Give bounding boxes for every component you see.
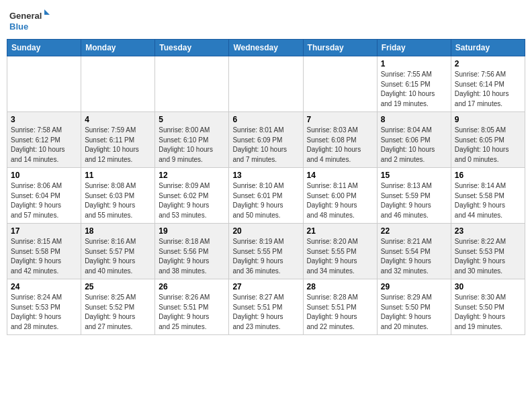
calendar-cell [7, 56, 81, 112]
day-info: Sunrise: 7:59 AM Sunset: 6:11 PM Dayligh… [85, 126, 151, 165]
day-info: Sunrise: 8:03 AM Sunset: 6:08 PM Dayligh… [307, 126, 373, 165]
day-number: 6 [232, 115, 299, 124]
page-header: General Blue [7, 7, 525, 34]
day-info: Sunrise: 8:25 AM Sunset: 5:52 PM Dayligh… [85, 293, 151, 332]
day-info: Sunrise: 8:05 AM Sunset: 6:05 PM Dayligh… [455, 126, 521, 165]
calendar-week-3: 10Sunrise: 8:06 AM Sunset: 6:04 PM Dayli… [7, 168, 525, 224]
day-info: Sunrise: 8:29 AM Sunset: 5:50 PM Dayligh… [381, 293, 447, 332]
day-number: 30 [455, 282, 521, 291]
calendar-cell: 29Sunrise: 8:29 AM Sunset: 5:50 PM Dayli… [377, 279, 451, 335]
day-info: Sunrise: 8:08 AM Sunset: 6:03 PM Dayligh… [85, 181, 151, 220]
calendar-cell: 27Sunrise: 8:27 AM Sunset: 5:51 PM Dayli… [229, 279, 303, 335]
calendar-cell: 26Sunrise: 8:26 AM Sunset: 5:51 PM Dayli… [155, 279, 229, 335]
calendar-cell: 9Sunrise: 8:05 AM Sunset: 6:05 PM Daylig… [451, 112, 525, 168]
day-number: 15 [381, 171, 447, 180]
logo: General Blue [9, 7, 50, 34]
calendar-cell: 1Sunrise: 7:55 AM Sunset: 6:15 PM Daylig… [377, 56, 451, 112]
day-number: 17 [11, 226, 77, 236]
day-number: 13 [232, 171, 299, 180]
day-info: Sunrise: 8:30 AM Sunset: 5:50 PM Dayligh… [455, 293, 521, 332]
weekday-header-wednesday: Wednesday [229, 40, 303, 56]
calendar-cell [303, 56, 377, 112]
day-number: 7 [307, 115, 373, 124]
day-info: Sunrise: 8:26 AM Sunset: 5:51 PM Dayligh… [159, 293, 225, 332]
day-info: Sunrise: 8:22 AM Sunset: 5:53 PM Dayligh… [455, 237, 521, 276]
day-number: 22 [381, 226, 447, 236]
calendar-cell: 8Sunrise: 8:04 AM Sunset: 6:06 PM Daylig… [377, 112, 451, 168]
day-number: 19 [159, 226, 225, 236]
day-number: 1 [381, 59, 447, 68]
calendar-table: SundayMondayTuesdayWednesdayThursdayFrid… [7, 39, 525, 335]
calendar-cell: 28Sunrise: 8:28 AM Sunset: 5:51 PM Dayli… [303, 279, 377, 335]
day-info: Sunrise: 8:16 AM Sunset: 5:57 PM Dayligh… [85, 237, 151, 276]
day-info: Sunrise: 8:13 AM Sunset: 5:59 PM Dayligh… [381, 181, 447, 220]
day-number: 2 [455, 59, 521, 68]
day-info: Sunrise: 8:15 AM Sunset: 5:58 PM Dayligh… [11, 237, 77, 276]
weekday-header-saturday: Saturday [451, 40, 525, 56]
calendar-cell: 10Sunrise: 8:06 AM Sunset: 6:04 PM Dayli… [7, 168, 81, 224]
day-number: 24 [11, 282, 77, 291]
day-info: Sunrise: 8:18 AM Sunset: 5:56 PM Dayligh… [159, 237, 225, 276]
calendar-cell: 7Sunrise: 8:03 AM Sunset: 6:08 PM Daylig… [303, 112, 377, 168]
calendar-cell: 24Sunrise: 8:24 AM Sunset: 5:53 PM Dayli… [7, 279, 81, 335]
calendar-cell: 23Sunrise: 8:22 AM Sunset: 5:53 PM Dayli… [451, 224, 525, 279]
calendar-cell: 14Sunrise: 8:11 AM Sunset: 6:00 PM Dayli… [303, 168, 377, 224]
calendar-cell: 2Sunrise: 7:56 AM Sunset: 6:14 PM Daylig… [451, 56, 525, 112]
calendar-cell: 25Sunrise: 8:25 AM Sunset: 5:52 PM Dayli… [81, 279, 155, 335]
calendar-cell: 6Sunrise: 8:01 AM Sunset: 6:09 PM Daylig… [229, 112, 303, 168]
weekday-header-tuesday: Tuesday [155, 40, 229, 56]
calendar-cell: 30Sunrise: 8:30 AM Sunset: 5:50 PM Dayli… [451, 279, 525, 335]
svg-text:Blue: Blue [9, 21, 28, 32]
day-info: Sunrise: 8:27 AM Sunset: 5:51 PM Dayligh… [232, 293, 299, 332]
day-number: 25 [85, 282, 151, 291]
day-number: 29 [381, 282, 447, 291]
day-info: Sunrise: 8:01 AM Sunset: 6:09 PM Dayligh… [232, 126, 299, 165]
day-number: 20 [232, 226, 299, 236]
day-info: Sunrise: 8:28 AM Sunset: 5:51 PM Dayligh… [307, 293, 373, 332]
calendar-cell: 11Sunrise: 8:08 AM Sunset: 6:03 PM Dayli… [81, 168, 155, 224]
day-info: Sunrise: 7:56 AM Sunset: 6:14 PM Dayligh… [455, 70, 521, 109]
day-info: Sunrise: 8:06 AM Sunset: 6:04 PM Dayligh… [11, 181, 77, 220]
day-info: Sunrise: 8:14 AM Sunset: 5:58 PM Dayligh… [455, 181, 521, 220]
day-number: 4 [85, 115, 151, 124]
day-number: 26 [159, 282, 225, 291]
calendar-cell [155, 56, 229, 112]
calendar-cell: 16Sunrise: 8:14 AM Sunset: 5:58 PM Dayli… [451, 168, 525, 224]
calendar-week-2: 3Sunrise: 7:58 AM Sunset: 6:12 PM Daylig… [7, 112, 525, 168]
weekday-header-friday: Friday [377, 40, 451, 56]
day-number: 27 [232, 282, 299, 291]
weekday-header-row: SundayMondayTuesdayWednesdayThursdayFrid… [7, 40, 525, 56]
calendar-week-4: 17Sunrise: 8:15 AM Sunset: 5:58 PM Dayli… [7, 224, 525, 279]
calendar-cell: 12Sunrise: 8:09 AM Sunset: 6:02 PM Dayli… [155, 168, 229, 224]
calendar-cell: 21Sunrise: 8:20 AM Sunset: 5:55 PM Dayli… [303, 224, 377, 279]
calendar-cell: 20Sunrise: 8:19 AM Sunset: 5:55 PM Dayli… [229, 224, 303, 279]
day-info: Sunrise: 8:09 AM Sunset: 6:02 PM Dayligh… [159, 181, 225, 220]
calendar-cell: 22Sunrise: 8:21 AM Sunset: 5:54 PM Dayli… [377, 224, 451, 279]
day-info: Sunrise: 7:58 AM Sunset: 6:12 PM Dayligh… [11, 126, 77, 165]
svg-marker-1 [44, 9, 50, 15]
weekday-header-sunday: Sunday [7, 40, 81, 56]
calendar-cell: 13Sunrise: 8:10 AM Sunset: 6:01 PM Dayli… [229, 168, 303, 224]
day-number: 9 [455, 115, 521, 124]
logo-svg: General Blue [9, 7, 50, 34]
day-number: 14 [307, 171, 373, 180]
day-number: 5 [159, 115, 225, 124]
day-number: 10 [11, 171, 77, 180]
day-number: 8 [381, 115, 447, 124]
calendar-cell: 18Sunrise: 8:16 AM Sunset: 5:57 PM Dayli… [81, 224, 155, 279]
page-container: General Blue SundayMondayTuesdayWednesda… [7, 7, 525, 335]
calendar-cell: 15Sunrise: 8:13 AM Sunset: 5:59 PM Dayli… [377, 168, 451, 224]
calendar-cell: 19Sunrise: 8:18 AM Sunset: 5:56 PM Dayli… [155, 224, 229, 279]
calendar-cell [81, 56, 155, 112]
day-info: Sunrise: 8:21 AM Sunset: 5:54 PM Dayligh… [381, 237, 447, 276]
day-number: 3 [11, 115, 77, 124]
day-info: Sunrise: 8:04 AM Sunset: 6:06 PM Dayligh… [381, 126, 447, 165]
day-info: Sunrise: 8:00 AM Sunset: 6:10 PM Dayligh… [159, 126, 225, 165]
svg-text:General: General [9, 11, 42, 21]
calendar-week-5: 24Sunrise: 8:24 AM Sunset: 5:53 PM Dayli… [7, 279, 525, 335]
day-info: Sunrise: 7:55 AM Sunset: 6:15 PM Dayligh… [381, 70, 447, 109]
day-info: Sunrise: 8:20 AM Sunset: 5:55 PM Dayligh… [307, 237, 373, 276]
day-number: 28 [307, 282, 373, 291]
day-number: 16 [455, 171, 521, 180]
calendar-cell: 5Sunrise: 8:00 AM Sunset: 6:10 PM Daylig… [155, 112, 229, 168]
